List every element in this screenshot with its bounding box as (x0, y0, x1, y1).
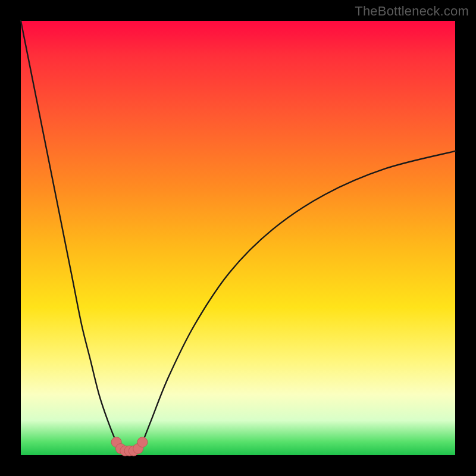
bottleneck-curve (21, 21, 455, 451)
plot-area (21, 21, 455, 455)
valley-markers-group (111, 437, 148, 456)
curve-svg (21, 21, 455, 455)
chart-frame: TheBottleneck.com (0, 0, 476, 476)
watermark-text: TheBottleneck.com (355, 4, 469, 19)
valley-marker (137, 437, 148, 447)
